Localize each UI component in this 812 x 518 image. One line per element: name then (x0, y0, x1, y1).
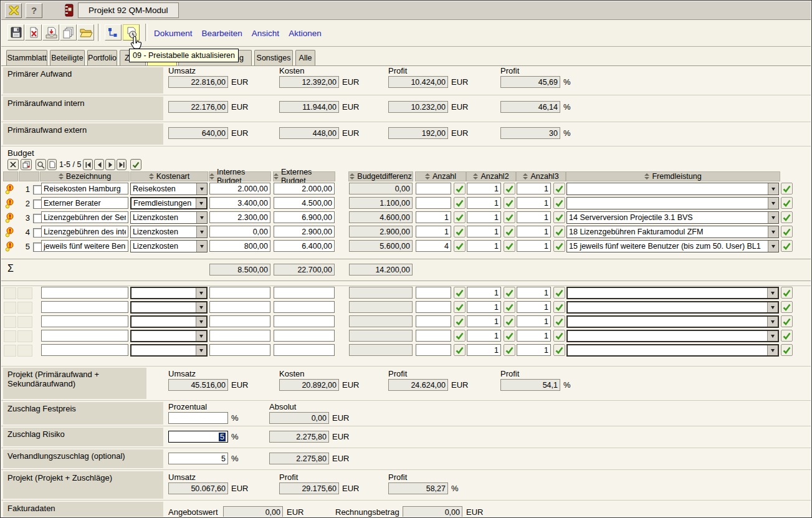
anzahl3-input[interactable] (517, 315, 551, 327)
anzahl2-input[interactable] (467, 315, 501, 327)
kostenart-select[interactable]: Lizenzkosten (130, 226, 208, 238)
anzahl2-input[interactable] (467, 211, 501, 223)
confirm-fremdleistung-button[interactable] (781, 287, 793, 299)
menu-ansicht[interactable]: Ansicht (252, 29, 279, 38)
bezeichnung-input[interactable] (41, 226, 128, 237)
pager-prev-button[interactable] (94, 159, 104, 170)
pager-last-button[interactable] (117, 159, 127, 170)
confirm-anzahl2-button[interactable] (504, 197, 515, 209)
dropdown-arrow-icon[interactable] (767, 331, 778, 341)
table-new-entry-button[interactable] (47, 159, 57, 170)
anzahl2-input[interactable] (467, 344, 501, 356)
anzahl-input[interactable] (416, 301, 451, 313)
dropdown-arrow-icon[interactable] (196, 288, 206, 298)
dropdown-arrow-icon[interactable] (767, 302, 778, 312)
confirm-anzahl2-button[interactable] (504, 211, 515, 223)
fremdleistung-select[interactable] (566, 183, 779, 195)
header-externes-budget[interactable]: Externes Budget (273, 171, 335, 181)
internes-budget-input[interactable] (209, 211, 270, 223)
bezeichnung-input[interactable] (41, 197, 128, 209)
internes-budget-input[interactable] (209, 197, 270, 209)
anzahl-input[interactable] (416, 240, 451, 252)
delete-document-button[interactable] (25, 24, 42, 41)
fremdleistung-select[interactable] (566, 287, 779, 299)
anzahl2-input[interactable] (467, 330, 501, 342)
confirm-anzahl3-button[interactable] (553, 344, 565, 356)
dropdown-arrow-icon[interactable] (196, 317, 206, 327)
confirm-anzahl2-button[interactable] (504, 240, 515, 252)
menu-aktionen[interactable]: Aktionen (289, 29, 322, 38)
internes-budget-input[interactable] (209, 287, 270, 299)
confirm-anzahl2-button[interactable] (504, 287, 515, 299)
confirm-anzahl3-button[interactable] (553, 211, 565, 223)
row-key-icon[interactable] (5, 213, 14, 225)
bezeichnung-input[interactable] (41, 301, 128, 313)
confirm-fremdleistung-button[interactable] (781, 240, 793, 252)
confirm-fremdleistung-button[interactable] (781, 197, 793, 209)
prozentual-input-focused[interactable]: 5 (168, 431, 228, 443)
anzahl3-input[interactable] (517, 301, 551, 313)
confirm-fremdleistung-button[interactable] (781, 211, 793, 223)
bezeichnung-input[interactable] (41, 211, 128, 223)
anzahl-input[interactable] (416, 344, 451, 356)
anzahl2-input[interactable] (467, 197, 501, 209)
anzahl-input[interactable] (416, 226, 451, 237)
confirm-anzahl-button[interactable] (454, 240, 466, 252)
internes-budget-input[interactable] (209, 344, 270, 356)
bezeichnung-input[interactable] (41, 287, 128, 299)
internes-budget-input[interactable] (209, 240, 270, 252)
anzahl-input[interactable] (416, 287, 451, 299)
confirm-fremdleistung-button[interactable] (781, 315, 793, 327)
externes-budget-input[interactable] (274, 287, 335, 299)
menu-dokument[interactable]: Dokument (154, 29, 193, 38)
confirm-anzahl-button[interactable] (454, 330, 466, 342)
externes-budget-input[interactable] (274, 197, 335, 209)
sort-icon[interactable] (59, 173, 64, 180)
confirm-fremdleistung-button[interactable] (781, 301, 793, 313)
externes-budget-input[interactable] (274, 226, 335, 237)
bezeichnung-input[interactable] (41, 183, 128, 194)
anzahl2-input[interactable] (467, 301, 501, 313)
confirm-fremdleistung-button[interactable] (781, 330, 793, 342)
save-button[interactable] (7, 24, 24, 41)
header-anzahl3[interactable]: Anzahl3 (516, 171, 566, 181)
anzahl-input[interactable] (416, 330, 451, 342)
row-key-icon[interactable] (5, 227, 14, 239)
row-key-icon[interactable] (5, 198, 14, 211)
bezeichnung-input[interactable] (41, 330, 128, 342)
confirm-anzahl-button[interactable] (454, 344, 466, 356)
confirm-fremdleistung-button[interactable] (781, 344, 793, 356)
dropdown-arrow-icon[interactable] (196, 331, 206, 341)
externes-budget-input[interactable] (274, 240, 335, 252)
header-anzahl2[interactable]: Anzahl2 (466, 171, 516, 181)
dropdown-arrow-icon[interactable] (196, 345, 206, 355)
confirm-anzahl-button[interactable] (454, 301, 466, 313)
dropdown-arrow-icon[interactable] (768, 212, 778, 223)
anzahl2-input[interactable] (467, 240, 501, 252)
dropdown-arrow-icon[interactable] (768, 183, 778, 194)
dropdown-arrow-icon[interactable] (767, 317, 778, 327)
fremdleistung-select[interactable] (566, 344, 779, 357)
confirm-anzahl-button[interactable] (454, 211, 466, 223)
kostenart-select[interactable] (130, 315, 208, 328)
fremdleistung-select[interactable] (566, 330, 779, 342)
header-budgetdifferenz[interactable]: Budgetdifferenz (348, 171, 413, 181)
internes-budget-input[interactable] (209, 183, 270, 194)
anzahl3-input[interactable] (517, 183, 551, 194)
confirm-anzahl3-button[interactable] (553, 287, 565, 299)
copy-document-button[interactable] (60, 24, 77, 41)
confirm-anzahl3-button[interactable] (553, 301, 565, 313)
bezeichnung-input[interactable] (41, 344, 128, 356)
kostenart-select[interactable]: Lizenzkosten (130, 211, 208, 224)
kostenart-select[interactable]: Lizenzkosten (130, 240, 208, 252)
confirm-anzahl2-button[interactable] (504, 330, 515, 342)
header-bezeichnung[interactable]: Bezeichnung (40, 171, 130, 181)
confirm-anzahl3-button[interactable] (553, 183, 565, 194)
menu-bearbeiten[interactable]: Bearbeiten (202, 29, 242, 38)
header-fremdleistung[interactable]: Fremdleistung (566, 171, 780, 181)
externes-budget-input[interactable] (274, 330, 335, 342)
close-button[interactable] (5, 3, 22, 18)
confirm-anzahl-button[interactable] (454, 315, 466, 327)
anzahl3-input[interactable] (517, 226, 551, 237)
confirm-fremdleistung-button[interactable] (781, 183, 793, 194)
